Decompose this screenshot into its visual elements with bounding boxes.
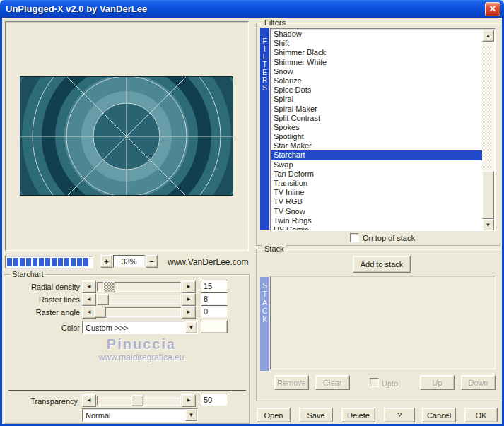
clear-button[interactable]: Clear	[315, 375, 350, 390]
filter-item[interactable]: US Comic	[271, 225, 482, 230]
upto-checkbox[interactable]	[370, 378, 379, 387]
add-to-stack-button[interactable]: Add to stack	[353, 256, 411, 273]
window-border-left	[0, 18, 2, 426]
raster-lines-label: Raster lines	[7, 295, 80, 304]
radial-density-label: Radial density	[7, 283, 80, 291]
on-top-of-stack-checkbox[interactable]	[350, 233, 359, 242]
starchart-preview-graphic	[20, 77, 233, 195]
filter-item[interactable]: Shimmer Black	[271, 48, 482, 57]
radial-density-value[interactable]: 15	[201, 280, 228, 292]
open-button[interactable]: Open	[257, 408, 291, 422]
filter-item[interactable]: Split Contrast	[271, 114, 482, 123]
close-button[interactable]: ✕	[485, 2, 500, 16]
filter-item[interactable]: Snow	[271, 67, 482, 76]
transparency-left-arrow[interactable]: ◄	[82, 394, 96, 407]
zoom-out-button[interactable]: −	[146, 255, 158, 268]
filter-item[interactable]: Star Maker	[271, 141, 482, 150]
blend-mode-dropdown[interactable]: Normal ▼	[82, 408, 198, 422]
chevron-down-icon[interactable]: ▼	[185, 409, 197, 421]
watermark-name: Pinuccia	[39, 336, 244, 353]
progress-bar	[5, 256, 93, 268]
remove-button[interactable]: Remove	[274, 375, 309, 390]
filter-item[interactable]: Swap	[271, 160, 482, 170]
raster-angle-thumb[interactable]	[94, 307, 106, 318]
stack-side-banner: STACK	[260, 277, 269, 371]
filter-item[interactable]: TV Snow	[271, 207, 482, 216]
save-button[interactable]: Save	[299, 408, 333, 422]
filter-item[interactable]: Shift	[271, 39, 482, 48]
window-title: UnPlugged-X v2.0 by VanDerLee	[6, 4, 147, 14]
dialog-window: UnPlugged-X v2.0 by VanDerLee ✕	[0, 0, 504, 426]
filter-item[interactable]: Twin Rings	[271, 216, 482, 225]
raster-lines-right-arrow[interactable]: ►	[182, 293, 196, 306]
color-swatch[interactable]	[201, 320, 228, 333]
filter-item[interactable]: Spice Dots	[271, 85, 482, 95]
filter-item[interactable]: Spiral Maker	[271, 105, 482, 114]
raster-angle-right-arrow[interactable]: ►	[182, 306, 196, 319]
filter-item[interactable]: Spokes	[271, 123, 482, 132]
filter-item[interactable]: Spiral	[271, 95, 482, 104]
raster-lines-left-arrow[interactable]: ◄	[82, 293, 96, 306]
on-top-of-stack-label: On top of stack	[363, 234, 415, 242]
color-dropdown[interactable]: Custom >>> ▼	[82, 321, 198, 334]
chevron-down-icon[interactable]: ▼	[185, 321, 197, 333]
filter-scrollbar-thumb[interactable]	[482, 171, 494, 219]
filter-item[interactable]: Transition	[271, 179, 482, 188]
title-bar[interactable]: UnPlugged-X v2.0 by VanDerLee	[0, 0, 504, 18]
stack-listbox[interactable]	[270, 276, 496, 369]
filter-listbox[interactable]: ShadowShiftShimmer BlackShimmer WhiteSno…	[270, 28, 496, 231]
radial-density-left-arrow[interactable]: ◄	[82, 280, 96, 293]
filter-item[interactable]: Shadow	[271, 30, 482, 39]
preview-image[interactable]	[20, 76, 233, 196]
radial-density-thumb[interactable]	[103, 281, 115, 292]
zoom-in-button[interactable]: +	[100, 255, 112, 268]
up-button[interactable]: Up	[420, 375, 455, 390]
transparency-right-arrow[interactable]: ►	[182, 394, 196, 407]
starchart-group-label: Starchart	[10, 270, 46, 278]
raster-angle-value[interactable]: 0	[201, 305, 228, 318]
raster-angle-label: Raster angle	[7, 308, 80, 316]
stack-group-label: Stack	[262, 244, 286, 253]
filter-list-items: ShadowShiftShimmer BlackShimmer WhiteSno…	[271, 30, 482, 230]
separator-line	[8, 390, 246, 391]
filters-side-banner: FILTERS	[260, 28, 269, 230]
transparency-value[interactable]: 50	[201, 394, 228, 406]
zoom-level-field[interactable]: 33%	[113, 255, 145, 268]
transparency-thumb[interactable]	[131, 395, 143, 406]
upto-label: Upto	[382, 379, 398, 388]
blend-mode-value: Normal	[83, 411, 185, 420]
down-button[interactable]: Down	[461, 375, 496, 390]
filter-item[interactable]: Spotlight	[271, 132, 482, 141]
filter-item[interactable]: TV Inline	[271, 188, 482, 197]
filters-group-label: Filters	[262, 18, 288, 27]
color-dropdown-value: Custom >>>	[83, 324, 185, 332]
filter-item[interactable]: Tan Deform	[271, 170, 482, 179]
radial-density-right-arrow[interactable]: ►	[182, 280, 196, 293]
scroll-up-icon[interactable]: ▲	[482, 30, 494, 42]
scroll-down-icon[interactable]: ▼	[482, 219, 494, 231]
transparency-label: Transparency	[7, 397, 78, 406]
vendor-website-text: www.VanDerLee.com	[168, 257, 249, 267]
filter-item[interactable]: Starchart	[271, 150, 482, 160]
raster-lines-slider[interactable]	[97, 295, 181, 304]
help-button[interactable]: ?	[384, 408, 415, 422]
cancel-button[interactable]: Cancel	[422, 408, 456, 422]
color-label: Color	[7, 324, 80, 332]
raster-lines-value[interactable]: 8	[201, 292, 228, 305]
watermark-site: www.maidiregrafica.eu	[39, 353, 244, 362]
filter-item[interactable]: Solarize	[271, 76, 482, 85]
delete-button[interactable]: Delete	[341, 408, 375, 422]
ok-button[interactable]: OK	[464, 408, 498, 422]
raster-lines-thumb[interactable]	[97, 294, 109, 305]
filter-item[interactable]: Shimmer White	[271, 58, 482, 67]
filter-item[interactable]: TV RGB	[271, 197, 482, 206]
raster-angle-slider[interactable]	[97, 307, 181, 317]
filter-scrollbar[interactable]: ▲ ▼	[482, 30, 494, 231]
